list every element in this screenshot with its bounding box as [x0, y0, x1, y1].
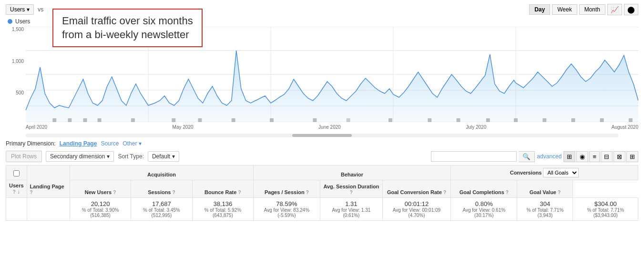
users-col-header: Users ? ↓ — [6, 180, 27, 198]
svg-rect-25 — [514, 118, 518, 122]
advanced-link[interactable]: advanced — [537, 153, 562, 160]
svg-rect-13 — [98, 118, 102, 122]
totals-row: 20,120 % of Total: 3.90% (516,385) 17,68… — [6, 198, 638, 221]
svg-rect-24 — [486, 118, 490, 122]
search-button[interactable]: 🔍 — [519, 151, 535, 162]
annotation-text: Email traffic over six monthsfrom a bi-w… — [62, 15, 193, 41]
totals-goal-conversion-cell: 0.80% Avg for View: 0.61% (30.17%) — [451, 198, 517, 221]
goal-value-help-icon[interactable]: ? — [558, 190, 561, 195]
pie-view-button[interactable]: ◉ — [576, 151, 588, 162]
source-link[interactable]: Source — [101, 140, 119, 147]
totals-pages-session-cell: 1.31 Avg for View: 1.31 (0.61%) — [320, 198, 382, 221]
svg-rect-28 — [600, 118, 604, 122]
goal-conversion-col-header: Goal Conversion Rate ? — [382, 180, 450, 198]
totals-bounce-rate-value: 78.59% — [276, 200, 297, 207]
other-dropdown[interactable]: Other ▾ — [123, 140, 141, 147]
new-users-help-icon[interactable]: ? — [113, 190, 116, 195]
svg-rect-20 — [347, 118, 350, 122]
y-axis: 1,500 1,000 500 — [6, 27, 26, 132]
sessions-help-icon[interactable]: ? — [173, 190, 175, 195]
totals-goal-completions-sub: % of Total: 7.71% (3,943) — [520, 207, 570, 218]
line-chart-icon[interactable]: 📈 — [607, 4, 622, 15]
x-label-june: June 2020 — [318, 124, 341, 130]
bounce-rate-col-header: Bounce Rate ? — [192, 180, 253, 198]
totals-goal-completions-cell: 304 % of Total: 7.71% (3,943) — [517, 198, 573, 221]
sort-type-dropdown[interactable]: Default ▾ — [148, 151, 179, 162]
day-button[interactable]: Day — [529, 4, 550, 15]
svg-rect-18 — [270, 118, 274, 122]
behavior-header: Behavior — [253, 165, 450, 180]
avg-session-help-icon[interactable]: ? — [350, 190, 353, 195]
pages-session-help-icon[interactable]: ? — [306, 190, 309, 195]
users-legend-label: Users — [15, 18, 30, 25]
totals-bounce-rate-cell: 78.59% Avg for View: 83.24% (-5.59%) — [253, 198, 320, 221]
x-axis: April 2020 May 2020 June 2020 July 2020 … — [26, 122, 638, 132]
bounce-rate-help-icon[interactable]: ? — [238, 190, 241, 195]
totals-users-cell: 20,120 % of Total: 3.90% (516,385) — [70, 198, 131, 221]
select-all-checkbox[interactable] — [13, 170, 20, 176]
avg-session-col-header: Avg. Session Duration ? — [320, 180, 382, 198]
pivot-view-button[interactable]: ⊟ — [601, 151, 613, 162]
week-button[interactable]: Week — [552, 4, 577, 15]
chevron-down-icon: ▾ — [27, 6, 30, 13]
totals-pages-session-value: 1.31 — [345, 200, 357, 207]
totals-goal-value-cell: $304.00 % of Total: 7.71% ($3,943.00) — [573, 198, 638, 221]
landing-page-help-icon[interactable]: ? — [30, 190, 33, 195]
compare-view-button[interactable]: ⊠ — [613, 151, 625, 162]
sort-default-label: Default — [152, 153, 170, 160]
totals-goal-value-value: $304.00 — [594, 200, 617, 207]
totals-bounce-rate-sub: Avg for View: 83.24% (-5.59%) — [256, 207, 317, 218]
users-legend-dot — [8, 19, 12, 24]
svg-rect-19 — [313, 118, 317, 122]
goal-completions-col-header: Goal Completions ? — [451, 180, 517, 198]
x-label-july: July 2020 — [466, 124, 486, 130]
toolbar-left: Plot Rows Secondary dimension ▾ Sort Typ… — [6, 151, 179, 162]
primary-dim-label: Primary Dimension: — [6, 140, 56, 147]
bar-view-button[interactable]: ≡ — [589, 151, 600, 162]
users-dropdown[interactable]: Users ▾ — [6, 4, 34, 15]
month-button[interactable]: Month — [579, 4, 605, 15]
totals-checkbox-cell — [6, 198, 27, 221]
other-chevron-icon: ▾ — [139, 140, 142, 147]
goal-conversion-help-icon[interactable]: ? — [443, 190, 446, 195]
data-table: Landing Page ? Acquisition Behavior Conv… — [6, 165, 638, 221]
checkbox-header — [6, 165, 27, 180]
pie-chart-icon[interactable]: ⬤ — [624, 4, 638, 15]
totals-users-value: 20,120 — [91, 200, 110, 207]
totals-goal-conversion-sub: Avg for View: 0.61% (30.17%) — [454, 207, 514, 218]
chart-scrollbar[interactable] — [26, 134, 618, 137]
totals-new-users-cell: 17,687 % of Total: 3.45% (512,995) — [131, 198, 193, 221]
svg-rect-10 — [52, 118, 56, 122]
svg-rect-29 — [629, 118, 633, 122]
goal-completions-help-icon[interactable]: ? — [506, 190, 509, 195]
users-sort-arrow[interactable]: ↓ — [17, 188, 20, 195]
table-view-button[interactable]: ⊞ — [563, 151, 575, 162]
svg-rect-15 — [172, 118, 175, 122]
plot-rows-button[interactable]: Plot Rows — [6, 151, 42, 162]
y-label-500: 500 — [16, 90, 24, 95]
scrollbar-thumb[interactable] — [292, 134, 351, 137]
totals-goal-completions-value: 304 — [540, 200, 551, 207]
all-goals-select[interactable]: All Goals — [543, 168, 579, 177]
search-input[interactable] — [431, 151, 517, 162]
conversions-header: Conversions All Goals — [451, 165, 638, 180]
goal-value-col-header: Goal Value ? — [517, 180, 573, 198]
totals-new-users-value: 17,687 — [152, 200, 171, 207]
left-controls: Users ▾ vs — [6, 4, 43, 15]
totals-avg-session-cell: 00:01:12 Avg for View: 00:01:09 (4.70%) — [382, 198, 450, 221]
x-label-april: April 2020 — [26, 124, 47, 130]
svg-rect-26 — [542, 118, 546, 122]
right-controls: Day Week Month 📈 ⬤ — [529, 4, 638, 15]
landing-page-header: Landing Page ? — [27, 165, 70, 198]
grid-view-button[interactable]: ⊞ — [626, 151, 638, 162]
users-help-icon[interactable]: ? — [13, 189, 16, 195]
totals-users-sub: % of Total: 3.90% (516,385) — [73, 207, 128, 218]
vs-label: vs — [38, 6, 43, 13]
secondary-dimension-chevron-icon: ▾ — [107, 153, 110, 160]
landing-page-link[interactable]: Landing Page — [60, 140, 97, 147]
totals-label-cell — [27, 198, 70, 221]
view-icons-group: ⊞ ◉ ≡ ⊟ ⊠ ⊞ — [563, 151, 638, 162]
secondary-dimension-dropdown[interactable]: Secondary dimension ▾ — [46, 151, 114, 162]
totals-new-users-sub: % of Total: 3.45% (512,995) — [134, 207, 189, 218]
secondary-dimension-label: Secondary dimension — [50, 153, 105, 160]
